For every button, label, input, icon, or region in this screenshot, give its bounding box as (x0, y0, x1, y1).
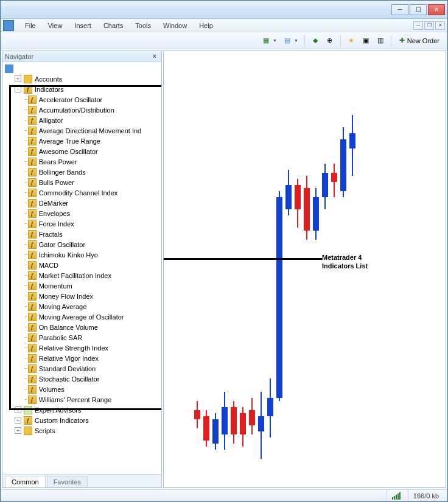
chevron-down-icon[interactable]: ▼ (273, 38, 277, 43)
tree-connector: ··· (24, 190, 27, 195)
mdi-restore-button[interactable]: ❐ (424, 21, 434, 30)
menu-view[interactable]: View (42, 21, 69, 30)
indicator-item[interactable]: ···fAwesome Oscillator (2, 146, 161, 156)
indicator-item[interactable]: ···fWilliams' Percent Range (2, 394, 161, 405)
indicator-item[interactable]: ···fStandard Deviation (2, 363, 161, 374)
navigator-tabs: Common Favorites (2, 474, 161, 487)
signal-icon (392, 492, 401, 500)
navigator-button[interactable]: ★ (345, 34, 358, 47)
indicator-item[interactable]: ···fParabolic SAR (2, 332, 161, 343)
indicator-label: Commodity Channel Index (39, 189, 118, 197)
maximize-button[interactable]: ☐ (410, 4, 427, 15)
indicator-item[interactable]: ···fMACD (2, 260, 161, 270)
expand-icon[interactable]: + (15, 417, 21, 424)
indicator-item[interactable]: ···fIchimoku Kinko Hyo (2, 249, 161, 260)
titlebar: ─ ☐ ✕ (1, 1, 447, 19)
indicator-item[interactable]: ···fAccumulation/Distribution (2, 105, 161, 115)
chevron-down-icon[interactable]: ▼ (294, 38, 298, 43)
new-order-label: New Order (407, 37, 439, 44)
tree-indicators[interactable]: - f Indicators (2, 84, 161, 94)
function-icon: f (28, 396, 37, 404)
annotation-line2: Indicators List (322, 262, 368, 270)
tree-custom-indicators[interactable]: + f Custom Indicators (2, 415, 161, 425)
crosshair-button[interactable]: ⊕ (323, 34, 337, 47)
star-icon: ★ (348, 37, 354, 44)
function-icon: f (28, 354, 37, 363)
indicator-item[interactable]: ···fMoney Flow Index (2, 291, 161, 301)
indicator-item[interactable]: ···fStochastic Oscillator (2, 374, 161, 384)
expand-icon[interactable]: + (15, 427, 21, 434)
expand-icon[interactable]: + (15, 75, 21, 82)
new-chart-button[interactable]: ▦ (259, 34, 273, 47)
tree-connector: ··· (24, 242, 27, 247)
indicator-item[interactable]: ···fOn Balance Volume (2, 322, 161, 332)
indicator-label: Money Flow Index (39, 293, 93, 300)
tree-connector: ··· (24, 262, 27, 268)
tab-common[interactable]: Common (5, 476, 46, 487)
tree-accounts[interactable]: + Accounts (2, 74, 161, 84)
mdi-minimize-button[interactable]: ─ (413, 21, 423, 30)
indicator-item[interactable]: ···fGator Oscillator (2, 239, 161, 249)
navigator-tree[interactable]: + Accounts - f Indicators ···fAccelerato… (2, 62, 161, 474)
indicator-item[interactable]: ···fBollinger Bands (2, 167, 161, 177)
expand-icon[interactable]: + (15, 406, 21, 413)
function-icon: f (28, 251, 37, 259)
indicator-item[interactable]: ···fAverage Directional Movement Ind (2, 125, 161, 136)
menu-tools[interactable]: Tools (129, 21, 157, 30)
indicator-item[interactable]: ···fAverage True Range (2, 136, 161, 146)
navigator-panel: Navigator × + Accounts - f Indicators ··… (2, 51, 162, 488)
indicator-label: Volumes (39, 386, 65, 393)
tree-connector: ··· (24, 397, 27, 402)
menu-window[interactable]: Window (157, 21, 193, 30)
market-watch-button[interactable]: ◆ (309, 34, 322, 47)
function-icon: f (28, 282, 37, 290)
tab-favorites[interactable]: Favorites (47, 476, 88, 487)
indicators-label: Indicators (35, 86, 64, 93)
function-icon: f (28, 168, 37, 176)
indicator-label: Average Directional Movement Ind (39, 127, 142, 134)
navigator-close-button[interactable]: × (150, 52, 159, 61)
indicator-item[interactable]: ···fAlligator (2, 115, 161, 125)
menu-insert[interactable]: Insert (68, 21, 97, 30)
order-icon: ✚ (399, 37, 405, 44)
close-button[interactable]: ✕ (428, 4, 445, 15)
tree-expert-advisors[interactable]: + Expert Advisors (2, 405, 161, 415)
tester-button[interactable]: ▥ (374, 34, 387, 47)
minimize-button[interactable]: ─ (391, 4, 408, 15)
menu-file[interactable]: File (19, 21, 42, 30)
indicator-item[interactable]: ···fRelative Strength Index (2, 343, 161, 353)
indicator-item[interactable]: ···fMomentum (2, 281, 161, 291)
tree-connector: ··· (24, 180, 27, 185)
menu-charts[interactable]: Charts (97, 21, 129, 30)
indicator-label: Gator Oscillator (39, 241, 85, 248)
indicator-label: Accelerator Oscillator (39, 96, 103, 103)
indicator-item[interactable]: ···fEnvelopes (2, 208, 161, 218)
mdi-close-button[interactable]: ✕ (435, 21, 445, 30)
new-order-button[interactable]: ✚ New Order (395, 34, 444, 47)
indicator-item[interactable]: ···fRelative Vigor Index (2, 353, 161, 363)
chart-area[interactable]: Metatrader 4 Indicators List (163, 51, 446, 488)
tree-scripts[interactable]: + Scripts (2, 425, 161, 436)
collapse-icon[interactable]: - (15, 86, 21, 92)
indicator-item[interactable]: ···fDeMarker (2, 198, 161, 208)
indicator-item[interactable]: ···fBears Power (2, 156, 161, 167)
navigator-titlebar: Navigator × (2, 51, 161, 62)
menu-help[interactable]: Help (193, 21, 219, 30)
indicator-item[interactable]: ···fBulls Power (2, 177, 161, 187)
tree-root[interactable] (2, 63, 161, 74)
tree-connector: ··· (24, 345, 27, 350)
indicator-item[interactable]: ···fMoving Average of Oscillator (2, 312, 161, 322)
indicator-label: Awesome Oscillator (39, 148, 98, 155)
terminal-button[interactable]: ▣ (359, 34, 373, 47)
app-icon (3, 20, 14, 31)
function-icon: f (28, 271, 37, 280)
annotation-line1: Metatrader 4 (322, 253, 368, 262)
profiles-button[interactable]: ▤ (281, 34, 294, 47)
indicator-item[interactable]: ···fCommodity Channel Index (2, 187, 161, 198)
indicator-item[interactable]: ···fForce Index (2, 218, 161, 229)
indicator-item[interactable]: ···fMoving Average (2, 301, 161, 312)
indicator-item[interactable]: ···fFractals (2, 229, 161, 239)
indicator-item[interactable]: ···fAccelerator Oscillator (2, 94, 161, 105)
indicator-item[interactable]: ···fMarket Facilitation Index (2, 270, 161, 281)
indicator-item[interactable]: ···fVolumes (2, 384, 161, 394)
